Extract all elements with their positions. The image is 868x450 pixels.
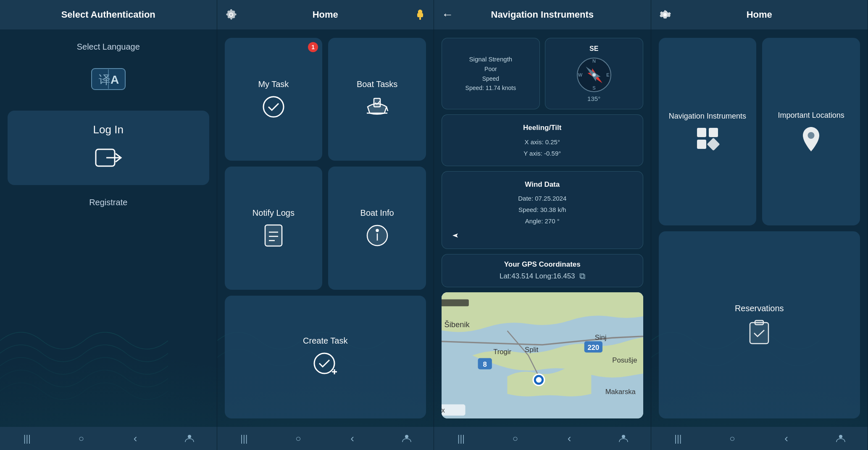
svg-rect-7 — [419, 10, 421, 13]
bottom-nav-nav: ||| ○ ‹ — [434, 427, 651, 450]
svg-rect-46 — [442, 405, 466, 416]
heeling-card: Heeling/Tilt X axis: 0.25° Y axis: -0.59… — [442, 114, 643, 166]
nav-back[interactable]: ‹ — [778, 430, 795, 447]
svg-point-23 — [314, 353, 334, 373]
nav-home[interactable]: ○ — [290, 430, 307, 447]
compass-degrees: 135° — [587, 94, 600, 104]
svg-text:Makarska: Makarska — [605, 388, 636, 396]
auth-header: Select Authentication — [0, 0, 217, 29]
login-arrow-icon — [94, 143, 123, 172]
bottom-nav-right: ||| ○ ‹ — [651, 427, 868, 450]
svg-text:E: E — [606, 72, 609, 77]
notify-logs-card[interactable]: Notify Logs — [225, 167, 323, 289]
home-header: Home — [217, 0, 434, 29]
settings-icon[interactable] — [225, 8, 237, 21]
nav-instruments-card[interactable]: Navigation Instruments — [659, 38, 757, 225]
svg-text:N: N — [592, 58, 596, 64]
copy-icon[interactable]: ⧉ — [579, 271, 585, 281]
nav-person[interactable] — [181, 430, 198, 447]
nav-instruments-label: Navigation Instruments — [669, 112, 746, 121]
nav-back[interactable]: ‹ — [561, 430, 578, 447]
nav-header: ← Navigation Instruments — [434, 0, 651, 29]
svg-point-34 — [592, 73, 596, 77]
svg-text:Split: Split — [525, 346, 539, 354]
important-locations-card[interactable]: Important Locations — [762, 38, 860, 225]
heeling-title: Heeling/Tilt — [450, 122, 634, 135]
nav-home[interactable]: ○ — [724, 430, 741, 447]
home-title: Home — [313, 9, 338, 20]
signal-card: Signal Strength Poor Speed Speed: 11.74 … — [442, 38, 540, 109]
home-content: 1 My Task Boat Tasks — [217, 29, 434, 427]
gps-coords: Lat:43.514 Long:16.453 ⧉ — [450, 271, 634, 281]
create-task-label: Create Task — [303, 336, 347, 346]
svg-text:Sinj: Sinj — [595, 334, 607, 341]
svg-text:Posušje: Posušje — [612, 356, 637, 364]
panel-auth: Select Authentication Select Language 译 … — [0, 0, 217, 450]
wind-date: Date: 07.25.2024 — [450, 193, 634, 204]
nav-person[interactable] — [832, 430, 849, 447]
nav-person[interactable] — [615, 430, 632, 447]
reservations-label: Reservations — [735, 304, 784, 313]
svg-point-26 — [405, 435, 408, 438]
svg-rect-8 — [417, 13, 423, 17]
boat-check-icon — [363, 94, 391, 119]
signal-quality: Poor — [484, 64, 497, 74]
boat-info-card[interactable]: Boat Info — [328, 167, 426, 289]
home-grid: 1 My Task Boat Tasks — [225, 38, 426, 418]
settings-icon-right[interactable] — [659, 8, 671, 21]
registrate-label[interactable]: Registrate — [89, 198, 127, 207]
panel-home: Home 1 My Task — [217, 0, 434, 450]
nav-back[interactable]: ‹ — [344, 430, 361, 447]
home-right-header: Home — [651, 0, 868, 29]
auth-content: Select Language 译 A Log In Registrate — [0, 29, 217, 427]
home-right-title: Home — [747, 9, 772, 20]
wind-angle: Angle: 270 ° — [450, 215, 634, 227]
nav-menu[interactable]: ||| — [236, 430, 253, 447]
nav-menu[interactable]: ||| — [670, 430, 687, 447]
gps-coords-value: Lat:43.514 Long:16.453 — [500, 272, 575, 281]
location-pin-icon — [800, 125, 823, 152]
nav-top-row: Signal Strength Poor Speed Speed: 11.74 … — [442, 38, 643, 109]
svg-text:⊕ mapbox: ⊕ mapbox — [442, 407, 445, 415]
info-circle-icon — [365, 223, 390, 248]
back-arrow-icon[interactable]: ← — [442, 8, 453, 21]
heeling-y: Y axis: -0.59° — [450, 148, 634, 159]
wind-arrow-icon — [450, 229, 634, 242]
panel-nav-instruments: ← Navigation Instruments Signal Strength… — [434, 0, 651, 450]
svg-rect-56 — [697, 140, 706, 149]
nav-menu[interactable]: ||| — [452, 430, 469, 447]
check-plus-icon — [312, 351, 339, 378]
map-card: Šibenik Trogir Split Sinj Posušje Makars… — [442, 292, 643, 418]
svg-rect-60 — [755, 320, 763, 325]
reservations-card[interactable]: Reservations — [659, 231, 860, 419]
svg-rect-57 — [707, 138, 720, 151]
create-task-card[interactable]: Create Task — [225, 296, 426, 418]
login-card[interactable]: Log In — [8, 111, 209, 185]
svg-text:W: W — [578, 72, 582, 77]
svg-rect-59 — [750, 323, 768, 344]
my-task-card[interactable]: 1 My Task — [225, 38, 323, 161]
nav-person[interactable] — [398, 430, 415, 447]
nav-home[interactable]: ○ — [73, 430, 89, 447]
nav-menu[interactable]: ||| — [18, 430, 35, 447]
signal-label: Signal Strength — [469, 54, 513, 64]
signal-speed-label: Speed — [482, 74, 499, 83]
nav-back[interactable]: ‹ — [127, 430, 144, 447]
svg-rect-44 — [442, 299, 469, 307]
svg-point-61 — [839, 435, 842, 438]
svg-rect-54 — [697, 128, 706, 137]
svg-text:A: A — [110, 73, 119, 86]
boat-tasks-card[interactable]: Boat Tasks — [328, 38, 426, 161]
nav-title: Navigation Instruments — [491, 9, 594, 20]
compass-card: SE N E S W — [545, 38, 643, 109]
important-locations-label: Important Locations — [778, 111, 844, 120]
heeling-x: X axis: 0.25° — [450, 136, 634, 148]
signal-speed-value: Speed: 11.74 knots — [466, 83, 516, 93]
plug-icon[interactable] — [414, 9, 426, 21]
svg-point-52 — [622, 435, 625, 438]
svg-text:Trogir: Trogir — [493, 348, 511, 356]
svg-point-6 — [188, 435, 191, 438]
nav-content: Signal Strength Poor Speed Speed: 11.74 … — [434, 29, 651, 427]
grid-diamond-icon — [695, 126, 720, 151]
nav-home[interactable]: ○ — [507, 430, 523, 447]
